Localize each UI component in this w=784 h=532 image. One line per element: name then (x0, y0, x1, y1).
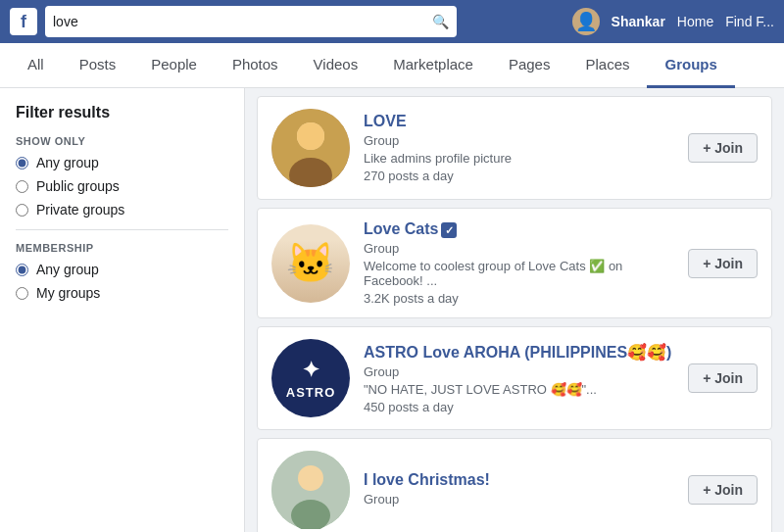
result-posts-cats: 3.2K posts a day (364, 291, 674, 306)
membership-my-label: My groups (36, 285, 100, 301)
result-info-love: LOVE Group Like admins profile picture 2… (364, 113, 674, 183)
result-desc-astro: "NO HATE, JUST LOVE ASTRO 🥰🥰"... (364, 382, 674, 397)
result-card-astro: ✦ ASTRO ASTRO Love AROHA (PHILIPPINES🥰🥰)… (257, 326, 772, 430)
membership-label: MEMBERSHIP (16, 242, 228, 254)
result-info-christmas: I love Christmas! Group (364, 471, 674, 509)
result-desc-cats: Welcome to coolest group of Love Cats ✅ … (364, 259, 674, 288)
tab-videos[interactable]: Videos (296, 43, 376, 88)
filter-any-group[interactable]: Any group (16, 155, 228, 170)
topbar-right: 👤 Shankar Home Find F... (572, 8, 774, 35)
result-type-cats: Group (364, 241, 674, 256)
join-button-cats[interactable]: + Join (688, 249, 758, 278)
result-name-love: LOVE (364, 113, 674, 130)
astro-label: ASTRO (286, 385, 336, 400)
tab-posts[interactable]: Posts (62, 43, 134, 88)
result-card-love: LOVE Group Like admins profile picture 2… (257, 96, 772, 200)
result-avatar-love (271, 109, 350, 187)
filter-public-groups[interactable]: Public groups (16, 178, 228, 194)
sidebar: Filter results SHOW ONLY Any group Publi… (0, 88, 245, 532)
avatar: 👤 (572, 8, 600, 35)
result-posts-astro: 450 posts a day (364, 400, 674, 414)
tab-all[interactable]: All (10, 43, 62, 88)
result-desc-love: Like admins profile picture (364, 151, 674, 166)
tab-marketplace[interactable]: Marketplace (375, 43, 491, 88)
divider (16, 229, 228, 230)
result-posts-love: 270 posts a day (364, 169, 674, 183)
membership-any[interactable]: Any group (16, 262, 228, 277)
join-button-love[interactable]: + Join (688, 133, 758, 163)
person-avatar (271, 109, 350, 187)
membership-any-label: Any group (36, 262, 99, 277)
tab-photos[interactable]: Photos (215, 43, 296, 88)
show-only-label: SHOW ONLY (16, 135, 228, 147)
verified-badge: ✓ (441, 222, 457, 238)
results-panel: LOVE Group Like admins profile picture 2… (245, 88, 784, 532)
tab-people[interactable]: People (133, 43, 215, 88)
membership-my[interactable]: My groups (16, 285, 228, 301)
svg-point-5 (298, 465, 323, 491)
result-card-christmas: I love Christmas! Group + Join (257, 438, 772, 532)
filter-any-group-label: Any group (36, 155, 99, 170)
find-link[interactable]: Find F... (725, 14, 774, 29)
search-icon[interactable]: 🔍 (432, 14, 449, 29)
result-name-christmas: I love Christmas! (364, 471, 674, 489)
join-button-christmas[interactable]: + Join (688, 475, 758, 505)
filter-private-groups[interactable]: Private groups (16, 202, 228, 218)
home-link[interactable]: Home (677, 14, 713, 29)
filter-private-groups-label: Private groups (36, 202, 124, 218)
sidebar-title: Filter results (16, 104, 228, 121)
tab-places[interactable]: Places (567, 43, 647, 88)
result-avatar-astro: ✦ ASTRO (271, 339, 350, 417)
cat-avatar: 🐱 (271, 224, 350, 303)
astro-star-icon: ✦ (302, 358, 320, 383)
result-avatar-cats: 🐱 (271, 224, 350, 303)
result-card-love-cats: 🐱 Love Cats✓ Group Welcome to coolest gr… (257, 208, 772, 318)
main-layout: Filter results SHOW ONLY Any group Publi… (0, 88, 784, 532)
result-info-cats: Love Cats✓ Group Welcome to coolest grou… (364, 220, 674, 306)
result-type-christmas: Group (364, 492, 674, 507)
result-name-cats: Love Cats✓ (364, 220, 674, 238)
tab-groups[interactable]: Groups (647, 43, 734, 88)
result-info-astro: ASTRO Love AROHA (PHILIPPINES🥰🥰) Group "… (364, 343, 674, 414)
search-input[interactable] (53, 14, 426, 29)
filter-public-groups-label: Public groups (36, 178, 120, 194)
topbar: f 🔍 👤 Shankar Home Find F... (0, 0, 784, 43)
user-name: Shankar (612, 14, 665, 29)
search-box: 🔍 (45, 6, 457, 37)
result-type-love: Group (364, 133, 674, 148)
tab-pages[interactable]: Pages (491, 43, 568, 88)
result-avatar-christmas (271, 451, 350, 529)
result-name-astro: ASTRO Love AROHA (PHILIPPINES🥰🥰) (364, 343, 674, 362)
svg-point-3 (297, 122, 324, 150)
filter-tabs: All Posts People Photos Videos Marketpla… (0, 43, 784, 88)
join-button-astro[interactable]: + Join (688, 363, 758, 393)
facebook-logo: f (10, 8, 37, 35)
result-type-astro: Group (364, 364, 674, 379)
